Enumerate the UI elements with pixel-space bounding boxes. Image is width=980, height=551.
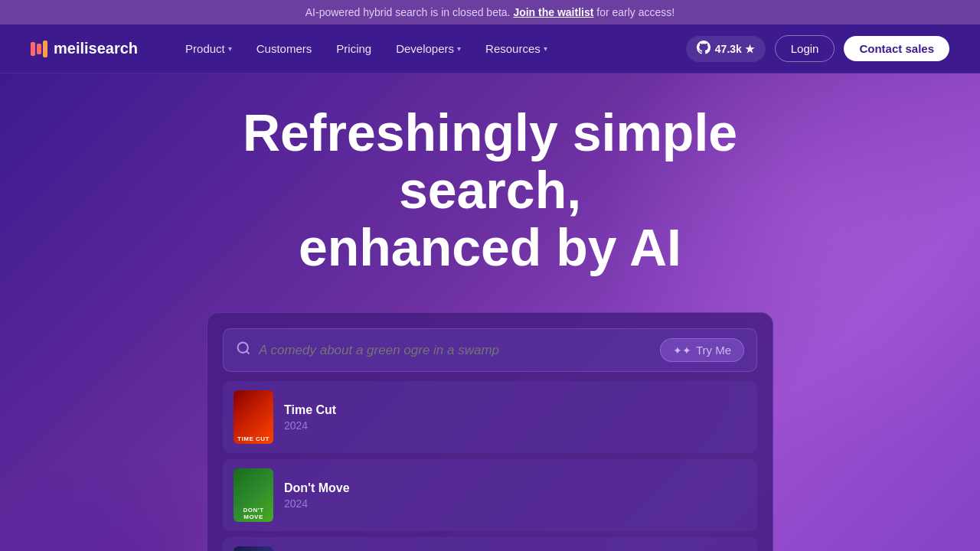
logo[interactable]: meilisearch [31,40,138,57]
chevron-down-icon: ▾ [457,44,461,53]
github-icon [697,41,710,57]
contact-sales-button[interactable]: Contact sales [844,36,949,61]
result-year-1: 2024 [284,419,746,432]
search-result-2[interactable]: DON'T MOVE Don't Move 2024 [223,459,757,531]
nav-pricing[interactable]: Pricing [325,36,382,61]
logo-icon [31,41,47,57]
logo-bar-2 [37,44,41,54]
nav-product[interactable]: Product ▾ [175,36,243,61]
search-input[interactable] [259,343,652,358]
search-input-wrapper: ✦✦ Try Me [223,328,757,372]
svg-point-0 [238,343,248,353]
nav-resources[interactable]: Resources ▾ [475,36,558,61]
sparkle-icon: ✦✦ [673,344,691,357]
hero-section: Refreshingly simple search, enhanced by … [0,73,980,551]
github-stars[interactable]: 47.3k ★ [686,36,766,62]
nav-developers[interactable]: Developers ▾ [385,36,472,61]
logo-bar-3 [43,41,47,57]
announcement-text: AI-powered hybrid search is in closed be… [305,6,514,18]
star-count: 47.3k ★ [715,43,755,55]
announcement-bar: AI-powered hybrid search is in closed be… [0,0,980,24]
waitlist-link[interactable]: Join the waitlist [513,6,593,18]
result-thumbnail-2: DON'T MOVE [234,468,273,522]
logo-bar-1 [31,42,35,56]
result-info-1: Time Cut 2024 [284,403,746,432]
search-result-3[interactable]: VENOM Venom: The Last Dance 2024 [223,537,757,551]
main-nav: meilisearch Product ▾ Customers Pricing … [0,24,980,73]
chevron-down-icon: ▾ [228,44,232,53]
nav-customers[interactable]: Customers [246,36,323,61]
login-button[interactable]: Login [775,35,835,62]
announcement-suffix: for early access! [596,6,675,18]
search-result-1[interactable]: TIME CUT Time Cut 2024 [223,381,757,453]
result-info-2: Don't Move 2024 [284,481,746,510]
result-thumbnail-1: TIME CUT [234,390,273,444]
hero-title: Refreshingly simple search, enhanced by … [145,104,835,276]
result-title-1: Time Cut [284,403,746,417]
chevron-down-icon: ▾ [544,44,547,53]
nav-links: Product ▾ Customers Pricing Developers ▾… [175,36,662,61]
nav-right: 47.3k ★ Login Contact sales [686,35,949,62]
result-year-2: 2024 [284,497,746,510]
svg-line-1 [247,351,250,354]
result-title-2: Don't Move [284,481,746,495]
logo-text: meilisearch [54,40,138,57]
result-thumbnail-3: VENOM [234,546,273,551]
search-container: ✦✦ Try Me TIME CUT Time Cut 2024 DON'T M… [207,312,773,551]
try-me-button[interactable]: ✦✦ Try Me [660,338,744,362]
search-icon [236,341,251,360]
